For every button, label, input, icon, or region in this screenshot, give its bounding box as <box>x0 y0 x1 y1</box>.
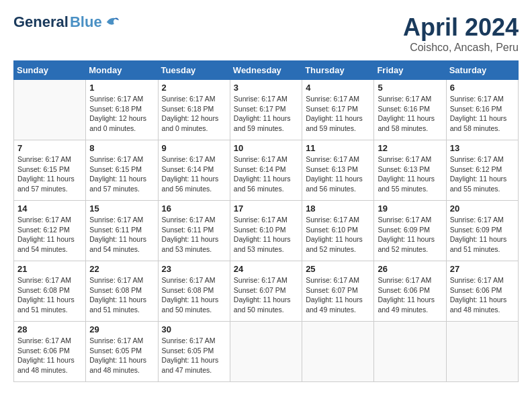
day-number: 1 <box>89 83 154 93</box>
day-number: 12 <box>378 143 442 153</box>
day-number: 11 <box>306 143 370 153</box>
calendar-subtitle: Coishco, Ancash, Peru <box>403 42 519 54</box>
day-cell: 27Sunrise: 6:17 AMSunset: 6:06 PMDayligh… <box>446 261 518 322</box>
day-number: 22 <box>89 264 154 274</box>
day-cell: 21Sunrise: 6:17 AMSunset: 6:08 PMDayligh… <box>14 261 86 322</box>
day-cell: 3Sunrise: 6:17 AMSunset: 6:17 PMDaylight… <box>230 80 302 140</box>
day-number: 2 <box>162 83 226 93</box>
day-info: Sunrise: 6:17 AMSunset: 6:12 PMDaylight:… <box>450 154 515 194</box>
day-info: Sunrise: 6:17 AMSunset: 6:07 PMDaylight:… <box>234 275 298 315</box>
day-cell: 18Sunrise: 6:17 AMSunset: 6:10 PMDayligh… <box>302 201 374 261</box>
day-number: 29 <box>89 324 154 334</box>
day-info: Sunrise: 6:17 AMSunset: 6:10 PMDaylight:… <box>234 215 298 255</box>
day-info: Sunrise: 6:17 AMSunset: 6:08 PMDaylight:… <box>162 275 226 315</box>
weekday-header-friday: Friday <box>374 61 446 80</box>
week-row-1: 1Sunrise: 6:17 AMSunset: 6:18 PMDaylight… <box>14 80 519 140</box>
day-cell: 30Sunrise: 6:17 AMSunset: 6:05 PMDayligh… <box>158 322 230 382</box>
calendar-table: SundayMondayTuesdayWednesdayThursdayFrid… <box>13 60 519 382</box>
day-cell: 12Sunrise: 6:17 AMSunset: 6:13 PMDayligh… <box>374 140 446 201</box>
day-cell: 25Sunrise: 6:17 AMSunset: 6:07 PMDayligh… <box>302 261 374 322</box>
day-cell: 8Sunrise: 6:17 AMSunset: 6:15 PMDaylight… <box>86 140 158 201</box>
logo-blue: Blue <box>70 13 102 31</box>
day-info: Sunrise: 6:17 AMSunset: 6:11 PMDaylight:… <box>89 215 154 255</box>
day-info: Sunrise: 6:17 AMSunset: 6:11 PMDaylight:… <box>162 215 226 255</box>
day-info: Sunrise: 6:17 AMSunset: 6:14 PMDaylight:… <box>234 154 298 194</box>
day-info: Sunrise: 6:17 AMSunset: 6:17 PMDaylight:… <box>306 94 370 134</box>
day-number: 6 <box>450 83 515 93</box>
day-info: Sunrise: 6:17 AMSunset: 6:06 PMDaylight:… <box>17 336 82 375</box>
day-number: 4 <box>306 83 370 93</box>
weekday-header-sunday: Sunday <box>14 61 86 80</box>
day-cell: 29Sunrise: 6:17 AMSunset: 6:05 PMDayligh… <box>86 322 158 382</box>
day-info: Sunrise: 6:17 AMSunset: 6:08 PMDaylight:… <box>17 275 82 315</box>
calendar-title: April 2024 <box>403 13 519 42</box>
day-info: Sunrise: 6:17 AMSunset: 6:12 PMDaylight:… <box>17 215 82 255</box>
day-info: Sunrise: 6:17 AMSunset: 6:16 PMDaylight:… <box>378 94 442 134</box>
weekday-header-row: SundayMondayTuesdayWednesdayThursdayFrid… <box>14 61 519 80</box>
day-cell: 10Sunrise: 6:17 AMSunset: 6:14 PMDayligh… <box>230 140 302 201</box>
day-cell: 19Sunrise: 6:17 AMSunset: 6:09 PMDayligh… <box>374 201 446 261</box>
week-row-5: 28Sunrise: 6:17 AMSunset: 6:06 PMDayligh… <box>14 322 519 382</box>
day-info: Sunrise: 6:17 AMSunset: 6:09 PMDaylight:… <box>378 215 442 255</box>
day-cell: 17Sunrise: 6:17 AMSunset: 6:10 PMDayligh… <box>230 201 302 261</box>
day-number: 16 <box>162 203 226 214</box>
day-number: 7 <box>17 143 82 153</box>
week-row-2: 7Sunrise: 6:17 AMSunset: 6:15 PMDaylight… <box>14 140 519 201</box>
day-number: 9 <box>162 143 226 153</box>
week-row-3: 14Sunrise: 6:17 AMSunset: 6:12 PMDayligh… <box>14 201 519 261</box>
day-number: 21 <box>17 264 82 274</box>
day-cell: 11Sunrise: 6:17 AMSunset: 6:13 PMDayligh… <box>302 140 374 201</box>
day-number: 14 <box>17 203 82 214</box>
day-info: Sunrise: 6:17 AMSunset: 6:16 PMDaylight:… <box>450 94 515 134</box>
day-number: 20 <box>450 203 515 214</box>
day-info: Sunrise: 6:17 AMSunset: 6:07 PMDaylight:… <box>306 275 370 315</box>
day-cell: 22Sunrise: 6:17 AMSunset: 6:08 PMDayligh… <box>86 261 158 322</box>
day-number: 15 <box>89 203 154 214</box>
day-number: 8 <box>89 143 154 153</box>
logo: General Blue <box>13 13 120 31</box>
day-cell: 9Sunrise: 6:17 AMSunset: 6:14 PMDaylight… <box>158 140 230 201</box>
day-info: Sunrise: 6:17 AMSunset: 6:08 PMDaylight:… <box>89 275 154 315</box>
day-cell: 13Sunrise: 6:17 AMSunset: 6:12 PMDayligh… <box>446 140 518 201</box>
day-info: Sunrise: 6:17 AMSunset: 6:06 PMDaylight:… <box>450 275 515 315</box>
day-info: Sunrise: 6:17 AMSunset: 6:18 PMDaylight:… <box>89 94 154 134</box>
day-info: Sunrise: 6:17 AMSunset: 6:05 PMDaylight:… <box>162 336 226 375</box>
day-number: 25 <box>306 264 370 274</box>
day-cell: 14Sunrise: 6:17 AMSunset: 6:12 PMDayligh… <box>14 201 86 261</box>
day-number: 27 <box>450 264 515 274</box>
day-number: 23 <box>162 264 226 274</box>
day-cell: 6Sunrise: 6:17 AMSunset: 6:16 PMDaylight… <box>446 80 518 140</box>
day-number: 5 <box>378 83 442 93</box>
day-info: Sunrise: 6:17 AMSunset: 6:09 PMDaylight:… <box>450 215 515 255</box>
day-number: 18 <box>306 203 370 214</box>
day-info: Sunrise: 6:17 AMSunset: 6:15 PMDaylight:… <box>89 154 154 194</box>
day-cell: 5Sunrise: 6:17 AMSunset: 6:16 PMDaylight… <box>374 80 446 140</box>
day-info: Sunrise: 6:17 AMSunset: 6:18 PMDaylight:… <box>162 94 226 134</box>
day-cell: 20Sunrise: 6:17 AMSunset: 6:09 PMDayligh… <box>446 201 518 261</box>
day-number: 30 <box>162 324 226 334</box>
day-number: 17 <box>234 203 298 214</box>
day-number: 3 <box>234 83 298 93</box>
day-number: 13 <box>450 143 515 153</box>
week-row-4: 21Sunrise: 6:17 AMSunset: 6:08 PMDayligh… <box>14 261 519 322</box>
day-cell <box>446 322 518 382</box>
page-header: General Blue April 2024 Coishco, Ancash,… <box>13 13 519 54</box>
day-info: Sunrise: 6:17 AMSunset: 6:15 PMDaylight:… <box>17 154 82 194</box>
day-cell: 4Sunrise: 6:17 AMSunset: 6:17 PMDaylight… <box>302 80 374 140</box>
weekday-header-tuesday: Tuesday <box>158 61 230 80</box>
day-number: 24 <box>234 264 298 274</box>
day-info: Sunrise: 6:17 AMSunset: 6:13 PMDaylight:… <box>378 154 442 194</box>
logo-general: General <box>13 13 69 31</box>
day-info: Sunrise: 6:17 AMSunset: 6:06 PMDaylight:… <box>378 275 442 315</box>
day-cell: 7Sunrise: 6:17 AMSunset: 6:15 PMDaylight… <box>14 140 86 201</box>
day-cell: 26Sunrise: 6:17 AMSunset: 6:06 PMDayligh… <box>374 261 446 322</box>
day-cell: 24Sunrise: 6:17 AMSunset: 6:07 PMDayligh… <box>230 261 302 322</box>
day-cell: 16Sunrise: 6:17 AMSunset: 6:11 PMDayligh… <box>158 201 230 261</box>
day-cell: 2Sunrise: 6:17 AMSunset: 6:18 PMDaylight… <box>158 80 230 140</box>
day-info: Sunrise: 6:17 AMSunset: 6:10 PMDaylight:… <box>306 215 370 255</box>
day-info: Sunrise: 6:17 AMSunset: 6:05 PMDaylight:… <box>89 336 154 375</box>
day-number: 28 <box>17 324 82 334</box>
day-number: 19 <box>378 203 442 214</box>
day-cell <box>230 322 302 382</box>
logo-bird-icon <box>105 15 120 30</box>
